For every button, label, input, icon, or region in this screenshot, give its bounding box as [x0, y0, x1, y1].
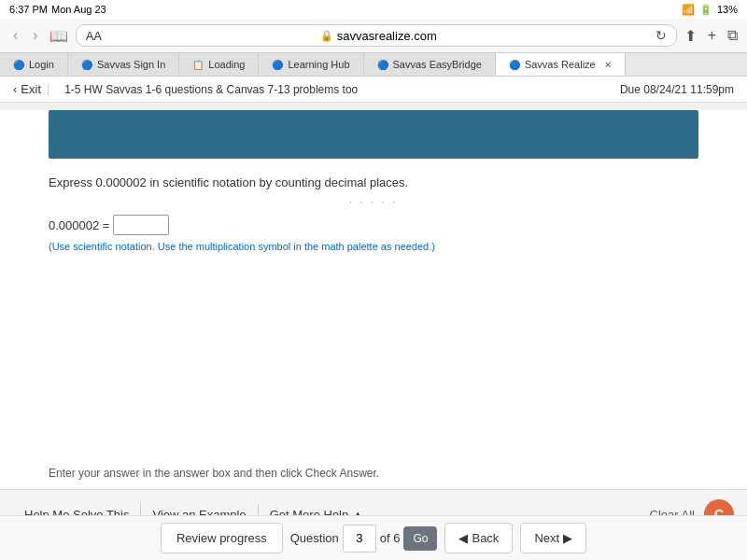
exit-button[interactable]: ‹ Exit [13, 82, 41, 96]
next-arrow-nav-icon: ▶ [563, 531, 572, 545]
address-bar[interactable]: AA 🔒 savvasrealize.com ↻ [76, 24, 677, 47]
answer-row: 0.000002 = [49, 215, 698, 235]
status-bar: 6:37 PM Mon Aug 23 📶 🔋 13% [0, 0, 747, 19]
answer-input[interactable] [113, 215, 169, 235]
back-arrow-icon: ‹ [13, 82, 17, 96]
bookmarks-icon[interactable]: 📖 [49, 27, 68, 45]
back-nav-label: Back [472, 531, 499, 545]
tab-loading-label: Loading [208, 59, 245, 70]
share-button[interactable]: ⬆ [684, 27, 697, 45]
exit-label: Exit [21, 82, 41, 96]
question-banner [49, 110, 698, 159]
tab-realize-label: Savvas Realize [525, 59, 596, 70]
tab-realize-favicon: 🔵 [509, 60, 520, 70]
bottom-instruction: Enter your answer in the answer box and … [0, 467, 747, 489]
tab-loading[interactable]: 📋 Loading [179, 53, 259, 76]
bottom-navigation: Review progress Question of 6 Go ◀ Back … [0, 515, 747, 560]
new-tab-button[interactable]: + [708, 27, 716, 44]
tab-savvas-sign-in-label: Savvas Sign In [97, 59, 165, 70]
assignment-title: 1-5 HW Savvas 1-6 questions & Canvas 7-1… [64, 83, 358, 96]
tab-savvas-sign-in-favicon: 🔵 [81, 60, 92, 70]
hint-text: (Use scientific notation. Use the multip… [49, 241, 698, 252]
tab-easybridge[interactable]: 🔵 Savvas EasyBridge [364, 53, 496, 76]
tab-realize[interactable]: 🔵 Savvas Realize ✕ [496, 53, 626, 76]
wifi-icon: 📶 [682, 4, 695, 16]
tab-login[interactable]: 🔵 Login [0, 53, 68, 76]
reload-button[interactable]: ↻ [655, 28, 667, 43]
next-nav-button[interactable]: Next ▶ [520, 523, 586, 553]
tab-savvas-sign-in[interactable]: 🔵 Savvas Sign In [68, 53, 179, 76]
battery-level: 13% [717, 4, 738, 15]
tabs-button[interactable]: ⧉ [727, 27, 738, 44]
back-button[interactable]: ‹ [9, 25, 21, 46]
tab-easybridge-favicon: 🔵 [377, 60, 388, 70]
tab-loading-favicon: 📋 [192, 60, 204, 70]
forward-button[interactable]: › [29, 25, 41, 46]
question-text: Express 0.000002 in scientific notation … [49, 175, 698, 189]
tab-learning-hub-label: Learning Hub [288, 59, 349, 70]
next-nav-label: Next [534, 531, 559, 545]
question-nav: Question of 6 Go [290, 525, 438, 553]
app-header: ‹ Exit | 1-5 HW Savvas 1-6 questions & C… [0, 77, 747, 103]
status-time: 6:37 PM [9, 4, 48, 15]
aa-label: AA [86, 29, 102, 43]
go-button[interactable]: Go [403, 526, 437, 551]
question-number-input[interactable] [343, 525, 376, 553]
tab-easybridge-label: Savvas EasyBridge [393, 59, 482, 70]
main-content: Express 0.000002 in scientific notation … [0, 110, 747, 489]
question-area: Express 0.000002 in scientific notation … [0, 166, 747, 261]
browser-action-buttons: ⬆ + ⧉ [684, 27, 738, 45]
url-text: savvasrealize.com [337, 29, 437, 43]
status-day: Mon Aug 23 [51, 4, 106, 15]
answer-label: 0.000002 = [49, 218, 109, 232]
tab-close-icon[interactable]: ✕ [604, 60, 612, 70]
browser-toolbar: ‹ › 📖 AA 🔒 savvasrealize.com ↻ ⬆ + ⧉ [0, 19, 747, 53]
lock-icon: 🔒 [320, 30, 333, 42]
divider-dots: · · · · · [49, 197, 698, 207]
of-label: of 6 [380, 531, 401, 545]
back-nav-button[interactable]: ◀ Back [444, 523, 513, 553]
content-spacer [0, 261, 747, 467]
tab-login-label: Login [29, 59, 54, 70]
review-progress-button[interactable]: Review progress [161, 523, 283, 553]
tab-learning-hub-favicon: 🔵 [272, 60, 283, 70]
back-arrow-nav-icon: ◀ [458, 531, 468, 545]
tab-login-favicon: 🔵 [13, 60, 24, 70]
battery-icon: 🔋 [699, 4, 712, 16]
tab-learning-hub[interactable]: 🔵 Learning Hub [259, 53, 363, 76]
due-date: Due 08/24/21 11:59pm [620, 83, 734, 96]
question-label: Question [290, 531, 339, 545]
browser-tabs: 🔵 Login 🔵 Savvas Sign In 📋 Loading 🔵 Lea… [0, 53, 747, 77]
